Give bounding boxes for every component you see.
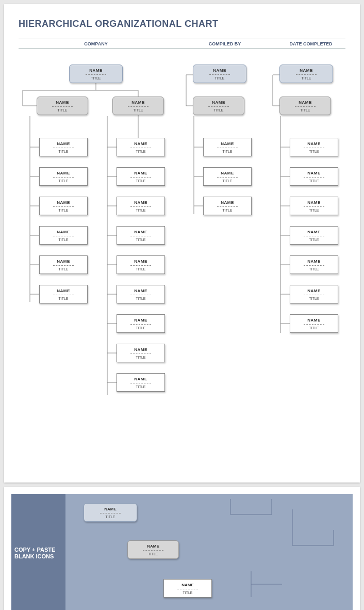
header-date: DATE COMPLETED	[276, 39, 345, 49]
node-title: TITLE	[70, 76, 122, 80]
node-title: TITLE	[117, 208, 164, 212]
separator	[304, 206, 324, 207]
node-name: NAME	[290, 318, 338, 323]
node-name: NAME	[84, 507, 137, 511]
node-title: TITLE	[290, 150, 338, 153]
node-name: NAME	[290, 230, 338, 234]
node-name: NAME	[117, 200, 164, 205]
node-name: NAME	[117, 230, 164, 234]
node-title: TITLE	[128, 552, 178, 556]
mid-node-2[interactable]: NAMETITLE	[193, 97, 244, 115]
page-icons: COPY + PASTE BLANK ICONS NAMETITLE NAMET…	[4, 487, 360, 610]
separator	[53, 236, 74, 236]
node-title: TITLE	[117, 150, 164, 153]
icons-box: COPY + PASTE BLANK ICONS NAMETITLE NAMET…	[11, 494, 353, 610]
node-title: TITLE	[290, 267, 338, 271]
node-title: TITLE	[204, 179, 251, 183]
separator	[128, 106, 148, 107]
leaf-node[interactable]: NAMETITLE	[117, 138, 165, 156]
mid-node-3[interactable]: NAMETITLE	[279, 97, 331, 115]
separator	[130, 324, 151, 325]
leaf-node[interactable]: NAMETITLE	[39, 167, 88, 186]
leaf-node[interactable]: NAMETITLE	[39, 285, 88, 303]
leaf-node[interactable]: NAMETITLE	[117, 344, 165, 362]
separator	[304, 324, 324, 325]
separator	[130, 177, 151, 178]
leaf-node[interactable]: NAMETITLE	[203, 138, 252, 156]
node-name: NAME	[290, 171, 338, 175]
node-title: TITLE	[204, 208, 251, 212]
leaf-node[interactable]: NAMETITLE	[39, 138, 88, 156]
node-title: TITLE	[193, 108, 244, 112]
node-title: TITLE	[290, 297, 338, 300]
node-title: TITLE	[290, 326, 338, 330]
leaf-node[interactable]: NAMETITLE	[290, 226, 338, 245]
node-name: NAME	[204, 141, 251, 146]
separator	[304, 265, 324, 266]
leaf-node[interactable]: NAMETITLE	[117, 167, 165, 186]
node-name: NAME	[193, 100, 244, 105]
separator	[130, 383, 151, 383]
leaf-node[interactable]: NAMETITLE	[39, 197, 88, 215]
leaf-node[interactable]: NAMETITLE	[290, 314, 338, 333]
leaf-node[interactable]: NAMETITLE	[290, 255, 338, 274]
separator	[143, 550, 163, 551]
separator	[130, 206, 151, 207]
leaf-node[interactable]: NAMETITLE	[39, 255, 88, 274]
chart-area: NAME TITLE NAME TITLE NAME TITLE NAMETIT…	[19, 54, 345, 462]
mid-node-1a[interactable]: NAME TITLE	[37, 97, 88, 115]
node-name: NAME	[40, 230, 87, 234]
leaf-node[interactable]: NAMETITLE	[117, 197, 165, 215]
leaf-node[interactable]: NAMETITLE	[117, 255, 165, 274]
separator	[52, 106, 73, 107]
node-title: TITLE	[117, 356, 164, 359]
separator	[130, 236, 151, 236]
node-name: NAME	[117, 377, 164, 381]
icons-canvas: NAMETITLE NAMETITLE NAMETITLE	[65, 494, 353, 610]
node-name: NAME	[70, 68, 122, 73]
node-title: TITLE	[40, 208, 87, 212]
node-name: NAME	[37, 100, 88, 105]
separator	[217, 148, 238, 148]
leaf-node[interactable]: NAMETITLE	[39, 226, 88, 245]
icons-label: COPY + PASTE BLANK ICONS	[11, 494, 65, 610]
node-title: TITLE	[290, 238, 338, 242]
sample-leaf-node[interactable]: NAMETITLE	[163, 579, 212, 598]
node-name: NAME	[290, 259, 338, 264]
leaf-node[interactable]: NAMETITLE	[117, 285, 165, 303]
node-title: TITLE	[113, 108, 163, 112]
top-node-1[interactable]: NAME TITLE	[69, 65, 123, 83]
sample-top-node[interactable]: NAMETITLE	[84, 503, 137, 522]
node-title: TITLE	[40, 267, 87, 271]
node-name: NAME	[128, 544, 178, 549]
node-title: TITLE	[40, 238, 87, 242]
separator	[304, 148, 324, 148]
node-name: NAME	[193, 68, 246, 73]
leaf-node[interactable]: NAMETITLE	[117, 373, 165, 392]
separator	[304, 295, 324, 295]
node-name: NAME	[40, 259, 87, 264]
separator	[304, 177, 324, 178]
leaf-node[interactable]: NAMETITLE	[203, 197, 252, 215]
leaf-node[interactable]: NAMETITLE	[290, 167, 338, 186]
leaf-node[interactable]: NAMETITLE	[203, 167, 252, 186]
leaf-node[interactable]: NAMETITLE	[290, 285, 338, 303]
node-title: TITLE	[117, 385, 164, 389]
node-title: TITLE	[290, 208, 338, 212]
separator	[53, 177, 74, 178]
node-name: NAME	[40, 200, 87, 205]
leaf-node[interactable]: NAMETITLE	[290, 197, 338, 215]
leaf-node[interactable]: NAMETITLE	[117, 226, 165, 245]
leaf-node[interactable]: NAMETITLE	[117, 314, 165, 333]
node-name: NAME	[117, 288, 164, 293]
top-node-2[interactable]: NAMETITLE	[193, 65, 246, 83]
top-node-3[interactable]: NAMETITLE	[279, 65, 333, 83]
separator	[130, 354, 151, 354]
leaf-node[interactable]: NAMETITLE	[290, 138, 338, 156]
node-name: NAME	[117, 171, 164, 175]
sample-mid-node[interactable]: NAMETITLE	[127, 540, 179, 559]
separator	[53, 295, 74, 295]
node-name: NAME	[290, 288, 338, 293]
mid-node-1b[interactable]: NAME TITLE	[112, 97, 164, 115]
node-title: TITLE	[117, 267, 164, 271]
